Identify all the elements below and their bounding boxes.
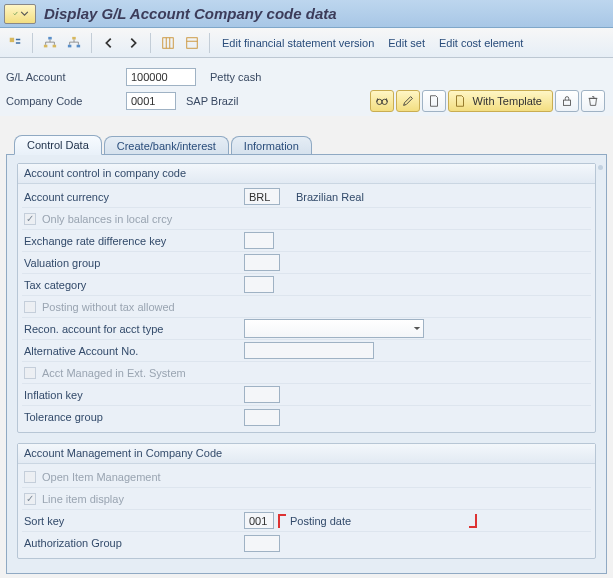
account-currency-desc: Brazilian Real	[296, 191, 364, 203]
exchange-rate-input[interactable]	[244, 232, 274, 249]
edit-fsv-link[interactable]: Edit financial statement version	[216, 37, 380, 49]
tab-create-bank-interest[interactable]: Create/bank/interest	[104, 136, 229, 155]
svg-rect-6	[77, 44, 81, 47]
prev-button[interactable]	[98, 32, 120, 54]
gl-account-input[interactable]	[126, 68, 196, 86]
only-balances-label: Only balances in local crcy	[42, 213, 172, 225]
line-item-checkbox	[24, 493, 36, 505]
tax-category-input[interactable]	[244, 276, 274, 293]
sort-key-desc: Posting date	[290, 515, 351, 527]
toolbar-separator	[91, 33, 92, 53]
only-balances-checkbox	[24, 213, 36, 225]
arrow-left-icon	[102, 36, 116, 50]
valuation-group-input[interactable]	[244, 254, 280, 271]
company-code-desc: SAP Brazil	[186, 95, 238, 107]
posting-without-tax-checkbox	[24, 301, 36, 313]
tab-zone: Control Data Create/bank/interest Inform…	[6, 132, 607, 574]
expand-icon	[8, 36, 22, 50]
gl-account-label: G/L Account	[6, 71, 126, 83]
hierarchy-icon-button-1[interactable]	[39, 32, 61, 54]
tab-information[interactable]: Information	[231, 136, 312, 155]
settings-button-1[interactable]	[157, 32, 179, 54]
toolbar-separator	[209, 33, 210, 53]
company-code-label: Company Code	[6, 95, 126, 107]
posting-without-tax-label: Posting without tax allowed	[42, 301, 175, 313]
tolerance-group-label: Tolerance group	[24, 411, 244, 423]
auth-group-label: Authorization Group	[24, 537, 244, 549]
valuation-group-label: Valuation group	[24, 257, 244, 269]
alt-account-input[interactable]	[244, 342, 374, 359]
chevron-down-icon	[20, 11, 29, 16]
line-item-label: Line item display	[42, 493, 124, 505]
svg-rect-7	[163, 37, 174, 48]
account-currency-input[interactable]	[244, 188, 280, 205]
page-title: Display G/L Account Company code data	[44, 5, 337, 22]
lock-button[interactable]	[555, 90, 579, 112]
arrow-right-icon	[126, 36, 140, 50]
columns-icon	[161, 36, 175, 50]
display-button[interactable]	[370, 90, 394, 112]
scroll-indicator[interactable]	[598, 165, 603, 170]
toolbar-separator	[32, 33, 33, 53]
recon-account-label: Recon. account for acct type	[24, 323, 244, 335]
inflation-key-label: Inflation key	[24, 389, 244, 401]
group-account-control: Account control in company code Account …	[17, 163, 596, 433]
hierarchy-icon-button-2[interactable]	[63, 32, 85, 54]
ext-system-label: Acct Managed in Ext. System	[42, 367, 186, 379]
exchange-rate-label: Exchange rate difference key	[24, 235, 244, 247]
hierarchy-icon	[43, 36, 57, 50]
group-title: Account control in company code	[18, 164, 595, 184]
header-form: G/L Account Petty cash Company Code SAP …	[0, 58, 613, 116]
hierarchy-icon	[67, 36, 81, 50]
settings-button-2[interactable]	[181, 32, 203, 54]
with-template-button[interactable]: With Template	[448, 90, 554, 112]
sort-key-input[interactable]	[244, 512, 274, 529]
svg-rect-5	[68, 44, 72, 47]
tolerance-group-input[interactable]	[244, 409, 280, 426]
ext-system-checkbox	[24, 367, 36, 379]
glasses-icon	[375, 94, 389, 108]
app-toolbar: Edit financial statement version Edit se…	[0, 28, 613, 58]
svg-rect-8	[187, 37, 198, 48]
create-button[interactable]	[422, 90, 446, 112]
edit-cost-element-link[interactable]: Edit cost element	[433, 37, 529, 49]
group-title: Account Management in Company Code	[18, 444, 595, 464]
alt-account-label: Alternative Account No.	[24, 345, 244, 357]
highlight-bracket-icon	[469, 514, 477, 528]
svg-rect-11	[564, 100, 571, 105]
title-bar: Display G/L Account Company code data	[0, 0, 613, 28]
highlight-bracket-icon	[278, 514, 286, 528]
toolbar-separator	[150, 33, 151, 53]
account-currency-label: Account currency	[24, 191, 244, 203]
tab-body: Account control in company code Account …	[6, 154, 607, 574]
recon-account-select[interactable]	[244, 319, 424, 338]
svg-rect-4	[72, 36, 76, 39]
svg-rect-3	[53, 44, 57, 47]
document-icon	[453, 94, 467, 108]
auth-group-input[interactable]	[244, 535, 280, 552]
sort-key-label: Sort key	[24, 515, 244, 527]
with-template-label: With Template	[473, 95, 543, 107]
delete-button[interactable]	[581, 90, 605, 112]
trash-icon	[586, 94, 600, 108]
tax-category-label: Tax category	[24, 279, 244, 291]
toggle-icon-button[interactable]	[4, 32, 26, 54]
menu-button[interactable]	[4, 4, 36, 24]
edit-button[interactable]	[396, 90, 420, 112]
svg-rect-2	[44, 44, 48, 47]
svg-rect-1	[48, 36, 52, 39]
lock-icon	[560, 94, 574, 108]
company-code-input[interactable]	[126, 92, 176, 110]
group-account-mgmt: Account Management in Company Code Open …	[17, 443, 596, 559]
edit-set-link[interactable]: Edit set	[382, 37, 431, 49]
layout-icon	[185, 36, 199, 50]
inflation-key-input[interactable]	[244, 386, 280, 403]
open-item-label: Open Item Management	[42, 471, 161, 483]
pencil-icon	[401, 94, 415, 108]
open-item-checkbox	[24, 471, 36, 483]
chevron-down-icon	[413, 326, 421, 331]
sort-key-desc-text: Posting date	[290, 515, 351, 527]
check-icon	[11, 11, 20, 16]
next-button[interactable]	[122, 32, 144, 54]
tab-control-data[interactable]: Control Data	[14, 135, 102, 155]
